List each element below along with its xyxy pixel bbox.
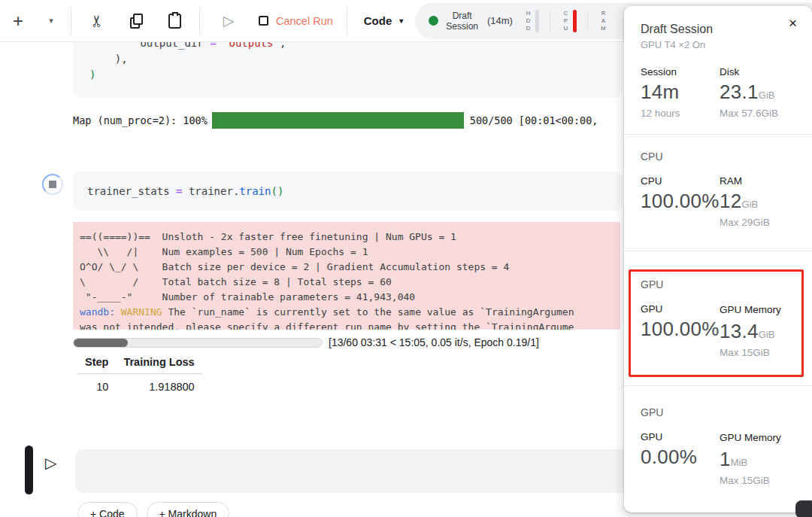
disk-sub: Max 57.6GiB [720,106,798,120]
cpu-gauge: CPU [562,10,577,32]
cpu-stat: CPU 100.00% [641,175,720,230]
gpu-memory-stat: GPU Memory 13.4GiB Max 15GiB [720,303,783,360]
disk-stat: Disk 23.1GiB Max 57.6GiB [720,66,798,120]
gpu-label: GPU [641,431,720,442]
ram-sub: Max 29GiB [720,215,783,230]
gpu-stat: GPU 100.00% [641,303,720,360]
code-line: ), [89,51,623,67]
cut-icon[interactable]: ✂ [82,8,112,35]
code-cell-trainer[interactable]: trainer_stats = trainer.train() [73,172,623,211]
session-stat: Session 14m 12 hours [641,66,720,120]
paste-icon[interactable] [156,6,193,36]
training-progress-text: [13/60 03:31 < 15:05, 0.05 it/s, Epoch 0… [329,336,539,348]
cell-type-dropdown[interactable]: Code ▾ [364,14,404,27]
stop-icon [259,16,268,26]
panel-divider [624,385,812,386]
add-cell-dropdown-icon[interactable]: ▾ [38,6,65,36]
panel-divider [624,134,812,135]
loss-table-header-loss: Training Loss [116,354,201,374]
loss-table-step-value: 10 [77,374,116,396]
session-label: Session [641,66,720,78]
corner-widget[interactable] [795,500,812,517]
training-progress-fill [74,339,128,347]
unsloth-banner-line: \\ /| Num examples = 500 | Num Epochs = … [80,245,620,260]
session-duration: (14m) [487,15,513,26]
session-sub: 12 hours [641,106,720,120]
loss-table-loss-value: 1.918800 [116,374,201,396]
training-progress-track [73,338,323,348]
toolbar-divider [71,7,71,35]
cpu-gauge-bar [573,10,577,32]
run-cell-button[interactable]: ▷ [45,454,56,472]
session-value: 14m [641,81,720,104]
map-progress-output: Map (num_proc=2): 100% 500/500 [00:01<00… [73,111,623,129]
session-active-dot [429,16,438,26]
gpu-memory-sub: Max 15GiB [720,473,783,488]
paste-icon-glyph [168,14,181,29]
copy-icon-glyph [130,14,143,29]
stop-icon [49,181,56,188]
gpu-memory-value: 1MiB [720,448,783,471]
ram-value: 12GiB [720,190,783,213]
ram-gauge-label: RAM [600,10,607,32]
training-loss-table: Step Training Loss 10 1.918800 [77,354,202,395]
panel-subtitle: GPU T4 ×2 On [641,39,812,50]
ram-label: RAM [720,175,783,187]
wandb-warning-line: was not intended, please specify a diffe… [80,320,620,330]
cell-type-label: Code [364,14,392,27]
session-disk-row: Session 14m 12 hours Disk 23.1GiB Max 57… [641,66,812,120]
ram-stat: RAM 12GiB Max 29GiB [720,175,783,230]
map-progress-label: Map (num_proc=2): 100% [73,114,208,126]
gpu-stat: GPU 0.00% [641,431,720,488]
disk-value: 23.1GiB [720,81,798,104]
wandb-warning-line: wandb: WARNING The `run_name` is current… [80,305,620,320]
cpu-section-header: CPU [641,151,783,163]
loss-table-header-step: Step [77,354,116,374]
add-cell-button[interactable]: + [5,6,32,36]
close-icon[interactable]: × [789,16,797,30]
gauge-divider [587,10,588,32]
toolbar-divider [199,7,200,35]
map-progress-count: 500/500 [00:01<00:00, [470,114,598,126]
training-progress: [13/60 03:31 < 15:05, 0.05 it/s, Epoch 0… [73,336,623,348]
gpu-section-2: GPU GPU 0.00% GPU Memory 1MiB Max 15GiB [641,406,783,488]
ram-gauge: RAM [600,10,607,32]
panel-title: Draft Session [641,23,812,36]
cpu-value: 100.00% [641,190,720,213]
add-code-cell-button[interactable]: + Code [77,502,138,517]
hdd-gauge-label: HDD [525,10,532,32]
session-name: Draft Session [446,11,478,32]
stop-cell-button[interactable] [42,174,63,195]
unsloth-banner-line: "-____-" Number of trainable parameters … [80,290,620,305]
hdd-gauge-bar [535,10,539,32]
hdd-gauge: HDD [525,10,539,32]
code-line: output_dir = "outputs", [89,42,623,51]
gauge-divider [550,10,550,32]
code-line: ) [89,67,623,83]
table-row: 10 1.918800 [77,374,202,396]
disk-label: Disk [720,66,798,78]
run-cell-icon: ▷ [215,6,242,36]
copy-icon[interactable] [117,6,156,36]
gpu-section-header: GPU [641,278,783,290]
gpu-value: 100.00% [641,318,720,341]
focused-cell-indicator [25,446,33,494]
unsloth-banner-line: ==((====))== Unsloth - 2x faster free fi… [80,230,620,245]
code-cell-partial[interactable]: output_dir = "outputs", ), ) [73,42,623,98]
gpu-memory-value: 13.4GiB [720,320,783,343]
gpu-memory-stat: GPU Memory 1MiB Max 15GiB [720,431,783,488]
stderr-output-block: ==((====))== Unsloth - 2x faster free fi… [73,222,620,330]
add-markdown-cell-button[interactable]: + Markdown [147,502,230,517]
cancel-run-label: Cancel Run [276,15,333,27]
add-cell-buttons: + Code + Markdown [77,502,229,517]
gpu-section-1: GPU GPU 100.00% GPU Memory 13.4GiB Max 1… [641,278,783,360]
gpu-section-header: GPU [641,406,783,418]
resources-panel: × Draft Session GPU T4 ×2 On Session 14m… [624,6,812,512]
gpu-value: 0.00% [641,446,720,469]
gpu-label: GPU [641,303,720,315]
cpu-gauge-label: CPU [562,10,569,32]
cancel-run-button[interactable]: Cancel Run [259,15,333,27]
gpu-memory-sub: Max 15GiB [720,345,783,360]
cpu-label: CPU [641,175,720,187]
unsloth-banner-line: O^O/ \_/ \ Batch size per device = 2 | G… [80,260,620,275]
